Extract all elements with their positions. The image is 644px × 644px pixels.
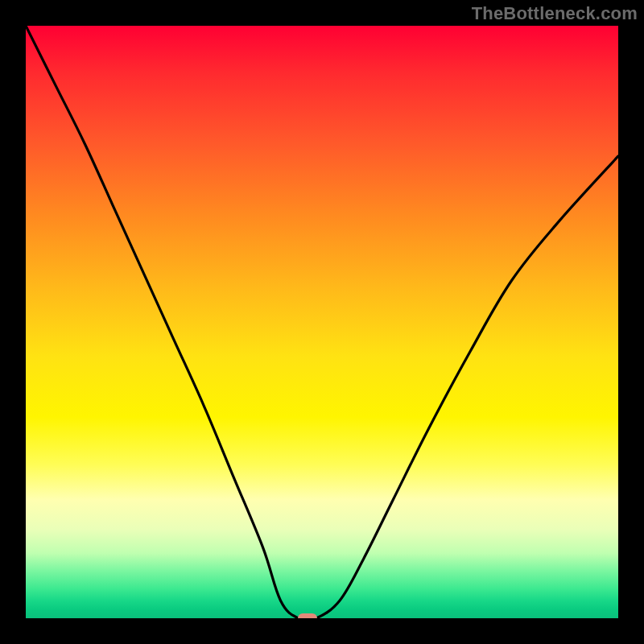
plot-area: [26, 26, 618, 618]
optimal-point-marker: [298, 613, 317, 618]
bottleneck-curve: [26, 26, 618, 618]
watermark-text: TheBottleneck.com: [472, 3, 638, 24]
chart-frame: TheBottleneck.com: [0, 0, 644, 644]
